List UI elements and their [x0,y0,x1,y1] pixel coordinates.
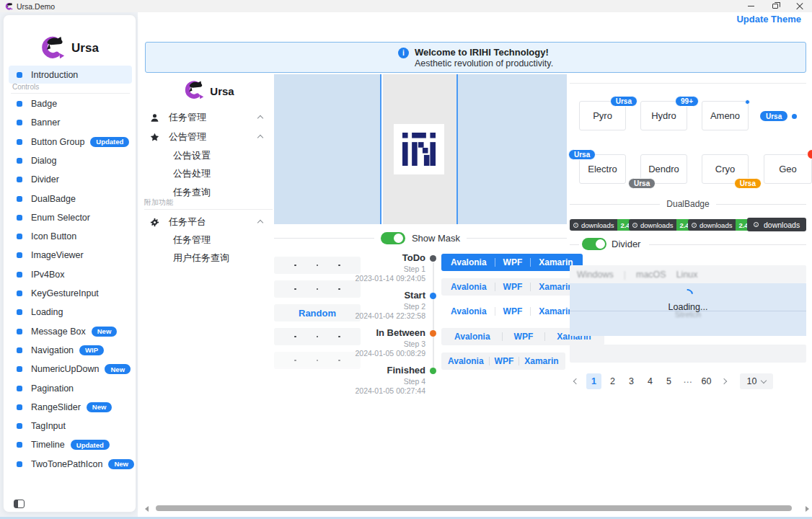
timeline-dot-icon [430,293,436,299]
sidebar-item-label: Enum Selector [31,213,90,223]
sidebar-brand: Ursa [4,34,136,63]
sidebar-item-dialog[interactable]: Dialog [9,151,132,170]
bullet-icon [17,386,22,391]
corner-badge: Ursa [734,178,762,189]
sidebar-item-enum-selector[interactable]: Enum Selector [9,208,132,227]
menu-group-[interactable]: 任务管理 [144,108,273,127]
menu-item--3[interactable]: 公告处理 [144,164,273,183]
scrollbar-thumb[interactable] [156,505,792,511]
sidebar-item-pagination[interactable]: Pagination [9,379,132,398]
sidebar-item-timeline[interactable]: TimelineUpdated [9,435,132,454]
pagination-prev-button[interactable] [570,373,583,389]
sidebar-item-divider[interactable]: Divider [9,170,132,189]
menu-group-[interactable]: 任务平台 [144,213,273,231]
sidebar-item-label: TagInput [31,421,66,431]
sidebar-item-label: Dialog [31,156,56,166]
sidebar-item-dualbadge[interactable]: DualBadge [9,190,132,208]
divider-line [274,238,374,239]
bullet-icon [17,196,22,202]
scroll-right-arrow-icon[interactable] [806,506,809,512]
sidebar-panel: Ursa Introduction Controls BadgeBannerBu… [3,14,136,513]
tab-windows[interactable]: Windows [577,270,614,280]
sidebar-item-label: Introduction [31,70,78,80]
bullet-icon [17,101,22,107]
menu-item--7[interactable]: 任务管理 [144,231,273,249]
sidebar-item-loading[interactable]: Loading [9,303,132,321]
menu-item--2[interactable]: 公告设置 [144,146,273,165]
menu-brand-title: Ursa [210,85,234,97]
pagination-page-4[interactable]: 4 [643,373,658,389]
sidebar-item-keygestureinput[interactable]: KeyGestureInput [9,284,132,303]
tab-macos[interactable]: macOS [636,270,666,280]
standalone-badge: Ursa [760,111,787,121]
sidebar-item-banner[interactable]: Banner [9,113,132,132]
sidebar-item-twotonepathicon[interactable]: TwoTonePathIconNew [9,455,132,474]
placeholder-bar [570,345,806,363]
bullet-icon [17,215,22,221]
button-group-light: AvaloniaWPFXamarin [441,278,583,296]
dualbadge-label: downloads [570,219,617,231]
badge-card-geo: Geo [764,154,812,184]
bullet-icon [17,272,22,278]
chevron-up-icon [257,220,263,226]
sidebar-item-button-group[interactable]: Button GroupUpdated [9,133,132,151]
ursa-logo-icon [40,35,65,62]
button-avalonia[interactable]: Avalonia [443,356,489,366]
menu-section-label: 附加功能 [144,198,273,210]
button-avalonia[interactable]: Avalonia [443,257,495,267]
sidebar-item-icon-button[interactable]: Icon Button [9,227,132,246]
button-group-solid: AvaloniaWPFXamarin [441,254,583,271]
separator: | [624,270,626,280]
sidebar-item-label: Navigation [31,345,74,355]
sidebar-collapse-button[interactable] [14,497,30,510]
sidebar-item-message-box[interactable]: Message BoxNew [9,322,132,341]
sidebar-item-badge: New [92,327,118,337]
divider-line [649,244,806,245]
viewer-mask-left [274,74,381,224]
divider-toggle[interactable] [582,238,606,250]
pagination-page-1[interactable]: 1 [586,373,601,389]
sidebar-item-label: Button Group [31,137,84,147]
divider-line [570,204,660,205]
menu-item-label: 任务管理 [173,234,211,247]
sidebar-section-label: Controls [12,83,39,91]
sidebar-item-introduction[interactable]: Introduction [9,66,132,84]
bullet-icon [17,423,22,429]
button-wpf[interactable]: WPF [503,332,545,342]
pagination-page-5[interactable]: 5 [661,373,676,389]
button-wpf[interactable]: WPF [495,306,531,316]
bullet-icon [17,442,22,448]
button-avalonia[interactable]: Avalonia [443,306,495,316]
pagination-page-60[interactable]: 60 [699,373,714,389]
sidebar-item-label: Message Box [31,327,86,337]
button-group-demo: AvaloniaWPFXamarinAvaloniaWPFXamarinAval… [441,0,571,519]
sidebar-item-taginput[interactable]: TagInput [9,417,132,435]
button-avalonia[interactable]: Avalonia [443,282,495,292]
button-xamarin[interactable]: Xamarin [519,356,563,366]
button-wpf[interactable]: WPF [495,257,531,267]
collapse-panel-icon [14,500,25,508]
pagination-page-2[interactable]: 2 [605,373,620,389]
button-avalonia[interactable]: Avalonia [443,332,502,342]
timeline-dot-icon [430,255,436,262]
sidebar-item-badge[interactable]: Badge [9,94,132,113]
pagination-next-button[interactable] [718,373,731,389]
pagination-page-3[interactable]: 3 [624,373,639,389]
button-wpf[interactable]: WPF [495,282,531,292]
scroll-left-arrow-icon[interactable] [145,506,149,512]
sidebar-item-rangeslider[interactable]: RangeSliderNew [9,398,132,417]
sidebar-item-ipv4box[interactable]: IPv4Box [9,265,132,284]
sidebar-item-numericupdown[interactable]: NumericUpDownNew [9,360,132,378]
menu-item--8[interactable]: 用户任务查询 [144,249,273,267]
divider-label: Divider [612,239,640,249]
divider-line [570,244,579,245]
show-mask-toggle[interactable] [381,232,405,244]
tab-linux[interactable]: Linux [676,270,698,280]
sidebar-item-navigation[interactable]: NavigationWIP [9,341,132,360]
page-size-select[interactable]: 10 [740,373,773,389]
sidebar-item-imageviewer[interactable]: ImageViewer [9,246,132,265]
timeline-item-title: In Between [325,327,425,338]
page-size-value: 10 [747,376,757,386]
menu-group-[interactable]: 公告管理 [144,128,273,146]
button-wpf[interactable]: WPF [490,356,519,366]
